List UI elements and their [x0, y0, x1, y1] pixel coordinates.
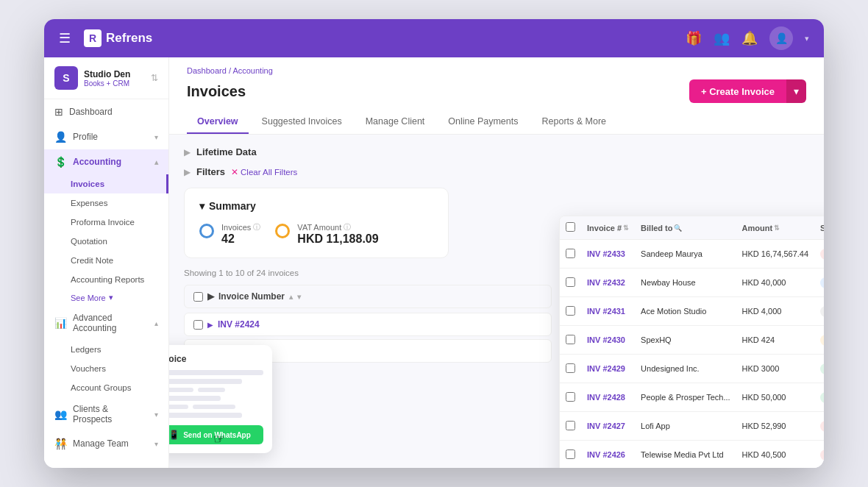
inv-link-6[interactable]: INV #2427 [587, 422, 625, 430]
sidebar-subitem-reports[interactable]: Accounting Reports [44, 270, 168, 289]
row-check-5[interactable] [566, 392, 575, 402]
invoices-info-icon: ⓘ [253, 222, 260, 232]
create-invoice-button[interactable]: + Create Invoice [689, 79, 786, 103]
table-row: INV #2431 Ace Motion Studio HKD 4,000 Gr… [560, 297, 824, 326]
row-expand-icon-1[interactable]: ▶ [207, 321, 213, 329]
clear-x-icon: ✕ [231, 167, 238, 177]
create-invoice-dropdown[interactable]: ▾ [786, 79, 806, 103]
preview-line-sm-4 [193, 405, 235, 409]
sidebar-subitem-creditnote[interactable]: Credit Note [44, 251, 168, 270]
lifetime-data-arrow[interactable]: ▶ [184, 147, 191, 157]
row-status-6: Red Tag [814, 412, 824, 441]
advanced-chevron-icon: ▴ [154, 319, 158, 327]
sidebar-item-advanced-accounting[interactable]: 📊 Advanced Accounting ▴ [44, 306, 168, 340]
select-all-checkbox[interactable] [193, 292, 203, 302]
tab-manage-client[interactable]: Manage Client [355, 110, 435, 134]
summary-section: ▾ Summary Invoices ⓘ 42 [184, 188, 449, 258]
sidebar-item-clients-prospects[interactable]: 👥 Clients & Prospects ▾ [44, 397, 168, 431]
row-checkbox-1[interactable] [193, 320, 203, 330]
inv-link-7[interactable]: INV #2426 [587, 450, 625, 459]
row-check-1[interactable] [566, 277, 575, 287]
see-more-chevron-icon: ▾ [109, 293, 113, 302]
summary-item-vat: VAT Amount ⓘ HKD 11,188.09 [275, 222, 378, 246]
row-check-6[interactable] [566, 421, 575, 430]
workspace-card[interactable]: S Studio Den Books + CRM ⇅ [44, 57, 168, 99]
row-status-5: Paid [814, 383, 824, 412]
preview-line-sm-1 [169, 388, 193, 392]
summary-arrow[interactable]: ▾ [199, 200, 204, 212]
row-inv-num-3: INV #2430 [581, 326, 635, 355]
gift-icon[interactable]: 🎁 [686, 30, 702, 46]
content-area: Dashboard / Accounting Invoices + Create… [169, 57, 824, 468]
billed-to-sort[interactable]: Billed to 🔍 [641, 224, 682, 232]
inv-link-1[interactable]: INV #2432 [587, 278, 625, 287]
row-check-0[interactable] [566, 249, 575, 258]
invoice-num-sort[interactable]: Invoice # ⇅ [587, 224, 629, 232]
row-check-2[interactable] [566, 306, 575, 316]
breadcrumb-dashboard[interactable]: Dashboard [187, 66, 227, 75]
row-check-7[interactable] [566, 449, 575, 459]
row-check-4[interactable] [566, 363, 575, 373]
vat-label: VAT Amount ⓘ [297, 222, 378, 232]
row-billed-4: Undesigned Inc. [635, 355, 736, 383]
status-sort[interactable]: Status 🔍 [820, 224, 824, 232]
sidebar-subitem-expenses[interactable]: Expenses [44, 193, 168, 213]
invoice-title-row: Invoices + Create Invoice ▾ [187, 79, 806, 103]
table-row: INV #2428 People & Prosper Tech... HKD 5… [560, 383, 824, 412]
sidebar-item-manage-team[interactable]: 🧑‍🤝‍🧑 Manage Team ▾ [44, 431, 168, 456]
invoice-sort-asc-icon[interactable]: ▴ [289, 293, 293, 301]
create-button-group: + Create Invoice ▾ [689, 79, 806, 103]
preview-line-4 [169, 413, 242, 418]
invoice-sort-desc-icon[interactable]: ▾ [297, 293, 301, 301]
avatar-chevron: ▾ [805, 34, 809, 43]
amount-sort[interactable]: Amount ⇅ [742, 224, 780, 232]
tab-online-payments[interactable]: Online Payments [438, 110, 528, 134]
sidebar-item-dashboard[interactable]: ⊞ Dashboard [44, 99, 168, 124]
breadcrumb-accounting[interactable]: Accounting [232, 66, 272, 75]
workspace-sub: Books + CRM [84, 79, 145, 88]
row-check-3[interactable] [566, 335, 575, 344]
row-inv-num-0: INV #2433 [581, 240, 635, 269]
sidebar-item-profile[interactable]: 👤 Profile ▾ [44, 124, 168, 149]
avatar[interactable]: 👤 [769, 26, 793, 50]
sidebar-subitem-proforma[interactable]: Proforma Invoice [44, 213, 168, 232]
workspace-info: Studio Den Books + CRM [84, 69, 145, 88]
see-more-text: See More [71, 294, 106, 302]
sidebar-subitem-account-groups[interactable]: Account Groups [44, 378, 168, 397]
inv-link-2[interactable]: INV #2431 [587, 307, 625, 316]
filters-arrow[interactable]: ▶ [184, 167, 191, 177]
clear-all-filters-button[interactable]: ✕ Clear All Filters [231, 167, 297, 177]
row-billed-7: Telewise Media Pvt Ltd [635, 441, 736, 469]
status-badge-7: Red Tag [820, 449, 824, 461]
accounting-chevron-icon: ▴ [154, 158, 158, 166]
content-body: ▶ Lifetime Data ▶ Filters ✕ Clear All Fi… [169, 135, 824, 468]
row-status-2: Grey Tag [814, 297, 824, 326]
sidebar-item-accounting[interactable]: 💲 Accounting ▴ [44, 149, 168, 174]
sidebar-subitem-ledgers[interactable]: Ledgers [44, 340, 168, 359]
inv-link-3[interactable]: INV #2430 [587, 335, 625, 344]
inv-link-4[interactable]: INV #2429 [587, 364, 625, 373]
inv-link-5[interactable]: INV #2428 [587, 393, 625, 402]
preview-line-1 [169, 370, 263, 375]
inv-link-0[interactable]: INV #2433 [587, 249, 625, 258]
row-amount-0: HKD 16,74,567.44 [736, 240, 815, 269]
hamburger-icon[interactable]: ☰ [59, 30, 71, 46]
table-select-all[interactable] [566, 222, 575, 232]
bell-icon[interactable]: 🔔 [741, 30, 758, 46]
sidebar-subitem-invoices[interactable]: Invoices [44, 174, 168, 193]
summary-title: ▾ Summary [199, 200, 433, 212]
tab-reports-more[interactable]: Reports & More [532, 110, 617, 134]
table-row: INV #2432 Newbay House HKD 40,000 Blue T… [560, 269, 824, 297]
row-inv-num-7: INV #2426 [581, 441, 635, 469]
th-status: Status 🔍 [814, 216, 824, 240]
row-billed-0: Sandeep Maurya [635, 240, 736, 269]
preview-line-2 [169, 379, 242, 384]
tab-overview[interactable]: Overview [187, 110, 249, 134]
see-more-link[interactable]: See More ▾ [44, 289, 168, 306]
sidebar-subitem-vouchers[interactable]: Vouchers [44, 359, 168, 378]
tab-suggested-invoices[interactable]: Suggested Invoices [252, 110, 352, 134]
row-inv-num-5: INV #2428 [581, 383, 635, 412]
sidebar-subitem-quotation[interactable]: Quotation [44, 232, 168, 251]
users-icon[interactable]: 👥 [714, 30, 730, 46]
inv-link-expanded-1[interactable]: INV #2424 [218, 319, 260, 330]
